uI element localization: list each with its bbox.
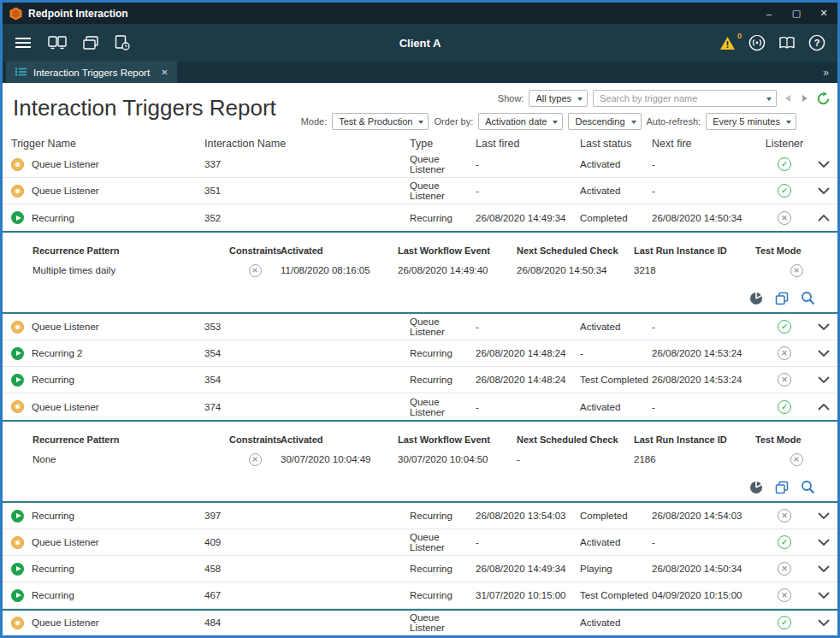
table-row[interactable]: Queue Listener 484 Queue Listener Activa…: [3, 609, 837, 635]
expand-row-button[interactable]: [818, 161, 830, 168]
main-toolbar: Client A 0 ?: [3, 24, 837, 62]
table-row[interactable]: Recurring 458 Recurring 26/08/2020 14:49…: [3, 556, 837, 582]
trigger-rows: Queue Listener 337 Queue Listener - Acti…: [3, 151, 837, 635]
order-by-select[interactable]: Activation date: [478, 113, 563, 130]
table-row[interactable]: Queue Listener 353 Queue Listener - Acti…: [3, 314, 837, 340]
trigger-name: Queue Listener: [32, 186, 99, 196]
expand-row-button[interactable]: [818, 539, 830, 546]
table-row[interactable]: Recurring 352 Recurring 26/08/2020 14:49…: [3, 204, 837, 231]
expand-row-button[interactable]: [818, 619, 830, 626]
search-input[interactable]: [594, 91, 776, 106]
scheduled-jobs-icon[interactable]: [115, 35, 130, 50]
tab-interaction-triggers-report[interactable]: Interaction Triggers Report ✕: [6, 62, 177, 83]
trigger-type-icon: [11, 185, 24, 198]
expand-row-button[interactable]: [818, 350, 830, 357]
expand-row-button[interactable]: [818, 187, 830, 194]
search-combobox[interactable]: [593, 90, 777, 107]
dcol-activated: Activated: [281, 245, 398, 256]
col-type: Type: [410, 138, 476, 150]
table-row[interactable]: Queue Listener 409 Queue Listener - Acti…: [3, 529, 837, 556]
alerts-warning-icon[interactable]: 0: [719, 36, 736, 50]
detail-header: Recurrence Pattern Constraints Activated…: [3, 241, 837, 260]
order-by-label: Order by:: [434, 116, 473, 127]
chevron-down-icon: [766, 97, 772, 101]
trigger-type-icon: [11, 400, 24, 413]
interaction-name: 352: [204, 213, 410, 223]
tab-close-icon[interactable]: ✕: [161, 68, 168, 77]
close-button[interactable]: ✕: [810, 3, 837, 24]
trigger-type-icon: [11, 374, 24, 387]
documentation-icon[interactable]: [778, 36, 796, 50]
recurrence-pattern: Multiple times daily: [33, 265, 229, 275]
chevron-icon: [818, 592, 830, 599]
auto-refresh-select[interactable]: Every 5 minutes: [706, 113, 796, 130]
expand-row-button[interactable]: [818, 404, 830, 411]
dcol-constraints: Constraints: [229, 434, 281, 445]
trigger-type-icon: [11, 617, 24, 629]
expand-row-button[interactable]: [818, 323, 830, 330]
table-row[interactable]: Recurring 467 Recurring 31/07/2020 10:15…: [3, 582, 837, 609]
constraints-off-icon: ✕: [249, 453, 262, 466]
table-row[interactable]: Recurring 397 Recurring 26/08/2020 13:54…: [3, 503, 837, 529]
copy-instances-icon[interactable]: [775, 481, 789, 494]
table-row[interactable]: Queue Listener 374 Queue Listener - Acti…: [3, 393, 837, 420]
last-run-instance-id: 3218: [634, 265, 755, 275]
chevron-down-icon: [631, 121, 636, 124]
interaction-name: 458: [204, 564, 410, 574]
last-status: Activated: [580, 617, 652, 628]
refresh-icon[interactable]: [816, 92, 831, 106]
trigger-type: Recurring: [410, 348, 476, 358]
prev-page-button[interactable]: [782, 92, 794, 105]
interactions-icon[interactable]: [48, 36, 67, 50]
copy-instances-icon[interactable]: [775, 292, 789, 305]
minimize-button[interactable]: –: [755, 3, 783, 24]
next-fire: 26/08/2020 14:54:03: [652, 511, 760, 521]
next-fire: 26/08/2020 14:53:24: [652, 375, 760, 385]
expand-row-button[interactable]: [818, 565, 830, 572]
dcol-next-scheduled-check: Next Scheduled Check: [517, 434, 634, 445]
statistics-pie-icon[interactable]: [749, 481, 763, 494]
windows-icon[interactable]: [83, 36, 98, 50]
table-row[interactable]: Queue Listener 351 Queue Listener - Acti…: [3, 178, 837, 204]
detail-values: None ✕ 30/07/2020 10:04:49 30/07/2020 10…: [3, 449, 837, 470]
col-trigger-name: Trigger Name: [11, 138, 204, 150]
next-fire: -: [652, 402, 760, 412]
statistics-pie-icon[interactable]: [749, 292, 763, 305]
tab-label: Interaction Triggers Report: [33, 68, 150, 78]
next-scheduled-check: 26/08/2020 14:50:34: [517, 265, 634, 275]
tab-bar: Interaction Triggers Report ✕ »: [3, 62, 837, 83]
listener-status-icon: ✕: [778, 346, 791, 360]
direction-select[interactable]: Descending: [568, 113, 641, 130]
show-select[interactable]: All types: [529, 90, 588, 107]
chevron-icon: [818, 161, 830, 168]
trigger-detail-panel: Recurrence Pattern Constraints Activated…: [3, 420, 837, 503]
menu-icon[interactable]: [15, 37, 32, 49]
maximize-button[interactable]: ▢: [783, 3, 810, 24]
trigger-detail-panel: Recurrence Pattern Constraints Activated…: [3, 231, 837, 314]
mode-select[interactable]: Test & Production: [332, 113, 429, 130]
table-row[interactable]: Recurring 354 Recurring 26/08/2020 14:48…: [3, 367, 837, 393]
next-page-button[interactable]: [799, 92, 811, 105]
broadcast-icon[interactable]: [748, 34, 766, 51]
inspect-search-icon[interactable]: [801, 291, 815, 305]
trigger-type: Queue Listener: [410, 316, 476, 337]
expand-row-button[interactable]: [818, 512, 830, 519]
dcol-last-workflow-event: Last Workflow Event: [398, 434, 517, 445]
last-fired: -: [476, 322, 580, 332]
inspect-search-icon[interactable]: [801, 480, 815, 494]
last-fired: 26/08/2020 13:54:03: [476, 511, 580, 521]
window-title: Redpoint Interaction: [28, 8, 128, 20]
last-status: Playing: [580, 564, 652, 574]
table-row[interactable]: Recurring 2 354 Recurring 26/08/2020 14:…: [3, 340, 837, 367]
expand-row-button[interactable]: [818, 215, 830, 222]
help-icon[interactable]: ?: [808, 34, 825, 51]
expand-row-button[interactable]: [818, 592, 830, 599]
trigger-type-icon: [11, 589, 24, 602]
test-mode-off-icon: ✕: [790, 453, 803, 466]
tab-overflow-icon[interactable]: »: [823, 62, 837, 83]
expand-row-button[interactable]: [818, 376, 830, 383]
listener-status-icon: ✓: [778, 400, 791, 414]
table-row[interactable]: Queue Listener 337 Queue Listener - Acti…: [3, 151, 837, 178]
last-status: Completed: [580, 213, 652, 223]
interaction-name: 484: [204, 617, 410, 628]
